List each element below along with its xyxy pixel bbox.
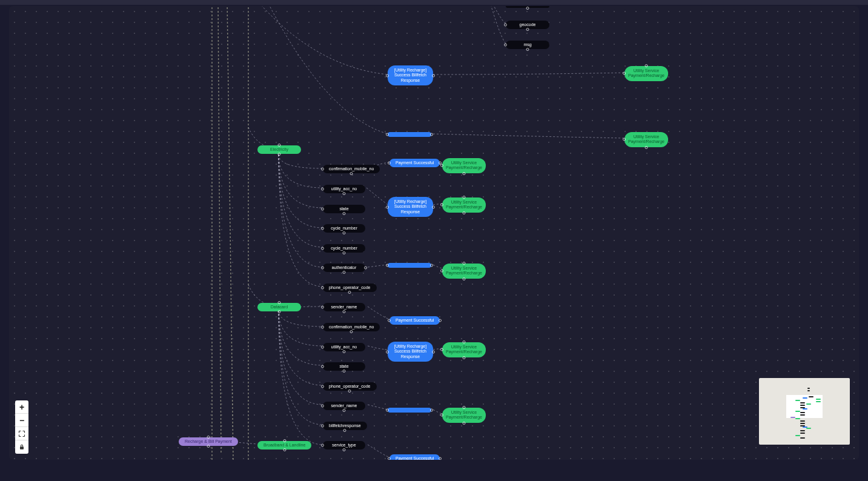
node-confirmation-mobile-no-1[interactable]: confirmation_mobile_no <box>323 165 380 173</box>
node-label: state <box>339 364 348 369</box>
node-label: service_type <box>332 443 356 448</box>
node-utility-service-2[interactable]: Utility Service Payment/Recharge <box>624 132 668 147</box>
node-blue-pill-2[interactable] <box>388 263 431 268</box>
node-utility-recharge-response-2[interactable]: [Utility Recharge] Success Billfetch Res… <box>388 197 433 217</box>
node-label: Datacard <box>271 305 288 310</box>
node-blue-pill-3[interactable] <box>388 408 431 413</box>
node-label: Utility Service Payment/Recharge <box>628 134 664 145</box>
node-label: cycle_number <box>331 226 357 231</box>
node-label: [Utility Recharge] Success Billfetch Res… <box>391 68 429 83</box>
node-label: Utility Service Payment/Recharge <box>446 266 482 276</box>
node-label: [Utility Recharge] Success Billfetch Res… <box>391 199 429 214</box>
node-cycle-number-2[interactable]: cycle_number <box>323 244 365 253</box>
node-label: Broadband & Landline <box>263 443 305 448</box>
node-msg[interactable]: msg <box>506 41 549 49</box>
node-label: confirmation_mobile_no <box>329 325 374 330</box>
node-state-1[interactable]: state <box>323 205 365 213</box>
node-phone-operator-code-1[interactable]: phone_operator_code <box>323 284 377 292</box>
node-authenticator[interactable]: authenticator <box>323 264 365 272</box>
node-label: Utility Service Payment/Recharge <box>446 200 482 210</box>
node-label: geocode <box>520 22 536 27</box>
node-label: Recharge & Bill Payment <box>185 439 232 444</box>
node-label: Utility Service Payment/Recharge <box>446 410 482 420</box>
zoom-out-button[interactable]: − <box>15 414 28 427</box>
node-payment-successful-3[interactable]: Payment Successful <box>389 454 440 460</box>
expand-icon <box>18 430 25 437</box>
node-label: utility_acc_no <box>331 187 357 191</box>
node-label: Utility Service Payment/Recharge <box>628 68 664 79</box>
node-blue-pill-1[interactable] <box>388 132 431 137</box>
node-payment-successful-2[interactable]: Payment Successful <box>389 316 440 325</box>
node-utility-service-6[interactable]: Utility Service Payment/Recharge <box>442 342 486 357</box>
node-geocode[interactable]: geocode <box>506 21 549 29</box>
zoom-in-button[interactable]: + <box>15 400 28 414</box>
node-recharge-bill-payment[interactable]: Recharge & Bill Payment <box>179 437 238 446</box>
node-cycle-number-1[interactable]: cycle_number <box>323 224 365 233</box>
node-unknown-top[interactable] <box>506 6 549 8</box>
lock-icon <box>18 443 25 451</box>
node-label: Payment Successful <box>396 456 434 460</box>
node-confirmation-mobile-no-2[interactable]: confirmation_mobile_no <box>323 323 380 331</box>
node-label: Utility Service Payment/Recharge <box>446 161 482 171</box>
node-state-2[interactable]: state <box>323 362 365 371</box>
node-label: authenticator <box>332 265 356 270</box>
node-utility-recharge-response-1[interactable]: [Utility Recharge] Success Billfetch Res… <box>388 65 433 85</box>
fit-view-button[interactable] <box>15 427 28 440</box>
node-utility-recharge-response-3[interactable]: [Utility Recharge] Success Billfetch Res… <box>388 342 433 362</box>
node-label: phone_operator_code <box>329 384 371 389</box>
node-electricity[interactable]: Electricity <box>257 145 301 154</box>
flow-canvas[interactable]: geocode msg [Utility Recharge] Success B… <box>9 6 859 460</box>
node-label: sender_name <box>331 403 357 408</box>
node-label: Payment Successful <box>396 161 434 165</box>
node-label: msg <box>523 42 531 47</box>
node-label: Utility Service Payment/Recharge <box>446 345 482 355</box>
node-broadband-landline[interactable]: Broadband & Landline <box>257 441 311 449</box>
node-utility-acc-no-2[interactable]: utility_acc_no <box>323 343 365 351</box>
node-label: Electricity <box>270 147 288 152</box>
canvas-controls: + − <box>15 400 28 454</box>
node-label: Payment Successful <box>396 318 434 323</box>
node-utility-service-5[interactable]: Utility Service Payment/Recharge <box>442 264 486 279</box>
node-label: billfetchresponse <box>329 423 361 428</box>
node-label: phone_operator_code <box>329 285 371 290</box>
svg-rect-0 <box>20 446 24 449</box>
minus-icon: − <box>19 416 24 425</box>
plus-icon: + <box>19 402 24 412</box>
node-label: [Utility Recharge] Success Billfetch Res… <box>391 344 429 359</box>
node-utility-acc-no-1[interactable]: utility_acc_no <box>323 185 365 193</box>
top-bar <box>0 0 868 5</box>
minimap[interactable] <box>759 378 850 445</box>
node-sender-name-2[interactable]: sender_name <box>323 402 365 410</box>
node-sender-name-1[interactable]: sender_name <box>323 303 365 311</box>
node-label: sender_name <box>331 305 357 310</box>
node-billfetchresponse[interactable]: billfetchresponse <box>323 422 367 430</box>
node-label: cycle_number <box>331 246 357 251</box>
node-utility-service-1[interactable]: Utility Service Payment/Recharge <box>624 66 668 81</box>
node-phone-operator-code-2[interactable]: phone_operator_code <box>323 382 377 391</box>
node-datacard[interactable]: Datacard <box>257 303 301 311</box>
node-service-type[interactable]: service_type <box>323 441 365 449</box>
node-payment-successful-1[interactable]: Payment Successful <box>389 159 440 167</box>
node-utility-service-3[interactable]: Utility Service Payment/Recharge <box>442 158 486 173</box>
node-utility-service-4[interactable]: Utility Service Payment/Recharge <box>442 197 486 213</box>
node-label: state <box>339 207 348 211</box>
lock-button[interactable] <box>15 440 28 454</box>
canvas-wrapper: geocode msg [Utility Recharge] Success B… <box>9 6 859 460</box>
node-utility-service-7[interactable]: Utility Service Payment/Recharge <box>442 408 486 423</box>
node-label: confirmation_mobile_no <box>329 167 374 171</box>
node-label: utility_acc_no <box>331 345 357 350</box>
